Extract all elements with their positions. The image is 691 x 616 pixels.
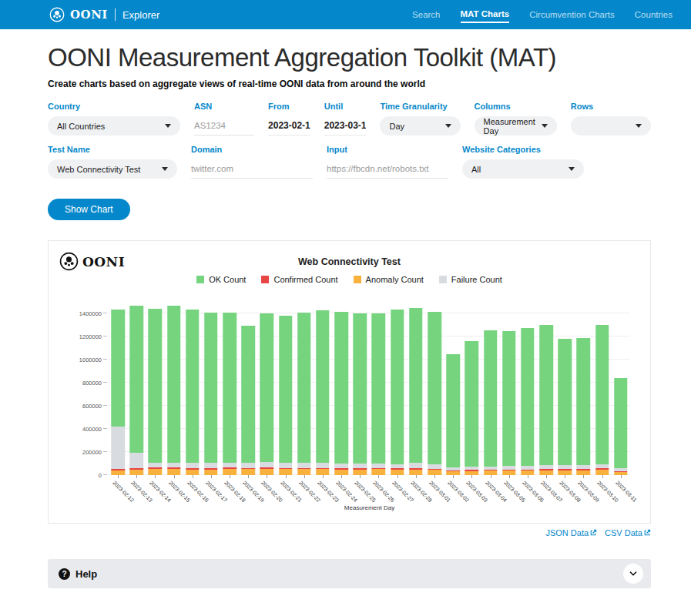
bar-2023-02-13[interactable] — [130, 306, 144, 475]
show-chart-button[interactable]: Show Chart — [48, 199, 130, 220]
bar-segment-ok-count[interactable] — [428, 312, 441, 464]
bar-2023-03-08[interactable] — [558, 339, 572, 475]
bar-2023-02-20[interactable] — [260, 313, 274, 475]
bar-segment-anomaly-count[interactable] — [260, 469, 274, 475]
bar-segment-ok-count[interactable] — [502, 331, 516, 467]
bar-segment-anomaly-count[interactable] — [242, 469, 256, 475]
bar-segment-anomaly-count[interactable] — [167, 469, 181, 475]
bar-segment-anomaly-count[interactable] — [614, 472, 628, 475]
bar-segment-anomaly-count[interactable] — [465, 471, 479, 475]
bar-segment-ok-count[interactable] — [595, 325, 609, 464]
bar-segment-anomaly-count[interactable] — [539, 470, 553, 475]
bar-2023-02-16[interactable] — [186, 310, 200, 475]
csv-data-link[interactable]: CSV Data — [605, 528, 651, 537]
input-input[interactable] — [327, 159, 448, 179]
country-select[interactable]: All Countries — [48, 116, 180, 136]
bar-segment-failure-count[interactable] — [223, 463, 236, 468]
bar-segment-ok-count[interactable] — [279, 316, 293, 463]
website-categories-select[interactable]: All — [462, 159, 584, 179]
bar-segment-ok-count[interactable] — [521, 328, 535, 466]
bar-segment-ok-count[interactable] — [614, 378, 628, 468]
bar-segment-ok-count[interactable] — [465, 341, 479, 467]
nav-search[interactable]: Search — [412, 7, 440, 22]
bar-segment-ok-count[interactable] — [334, 312, 348, 464]
bar-2023-02-26[interactable] — [372, 313, 386, 475]
asn-input[interactable] — [194, 116, 254, 136]
bar-2023-02-15[interactable] — [167, 306, 181, 475]
time-granularity-select[interactable]: Day — [380, 116, 460, 136]
bar-segment-failure-count[interactable] — [111, 427, 125, 469]
bar-2023-03-06[interactable] — [521, 328, 535, 475]
bar-segment-failure-count[interactable] — [167, 463, 181, 468]
domain-input[interactable] — [191, 159, 313, 179]
bar-segment-anomaly-count[interactable] — [334, 470, 348, 475]
test-name-select[interactable]: Web Connectivity Test — [48, 159, 177, 179]
bar-2023-03-11[interactable] — [614, 378, 628, 475]
help-expand-button[interactable] — [623, 564, 643, 584]
bar-segment-anomaly-count[interactable] — [223, 469, 236, 475]
bar-2023-02-18[interactable] — [223, 313, 236, 475]
bar-segment-failure-count[interactable] — [186, 463, 200, 468]
bar-2023-02-22[interactable] — [297, 313, 311, 475]
bar-segment-anomaly-count[interactable] — [354, 470, 367, 476]
bar-segment-anomaly-count[interactable] — [316, 469, 330, 475]
bar-segment-anomaly-count[interactable] — [391, 470, 404, 475]
bar-2023-03-10[interactable] — [595, 325, 609, 475]
bar-segment-anomaly-count[interactable] — [446, 471, 460, 475]
bar-segment-ok-count[interactable] — [539, 325, 553, 465]
bar-segment-anomaly-count[interactable] — [297, 469, 311, 475]
until-date-input[interactable] — [324, 116, 367, 136]
bar-segment-ok-count[interactable] — [242, 326, 256, 463]
bar-2023-03-07[interactable] — [539, 325, 553, 475]
json-data-link[interactable]: JSON Data — [545, 528, 597, 537]
bar-segment-ok-count[interactable] — [297, 313, 311, 464]
bar-segment-ok-count[interactable] — [446, 354, 460, 467]
bar-2023-03-05[interactable] — [502, 331, 516, 475]
bar-segment-ok-count[interactable] — [372, 313, 386, 464]
bar-segment-ok-count[interactable] — [223, 313, 236, 463]
bar-segment-ok-count[interactable] — [260, 313, 274, 462]
nav-circumvention-charts[interactable]: Circumvention Charts — [529, 7, 615, 22]
bar-segment-ok-count[interactable] — [167, 306, 181, 462]
bar-2023-02-12[interactable] — [111, 310, 125, 475]
bar-2023-02-21[interactable] — [279, 316, 293, 475]
bar-segment-ok-count[interactable] — [204, 313, 218, 463]
nav-mat-charts[interactable]: MAT Charts — [461, 6, 510, 23]
bar-2023-03-04[interactable] — [484, 330, 498, 475]
bar-segment-anomaly-count[interactable] — [484, 470, 498, 475]
bar-2023-02-14[interactable] — [149, 309, 163, 475]
bar-segment-failure-count[interactable] — [204, 463, 218, 468]
bar-2023-03-01[interactable] — [428, 312, 441, 475]
bar-segment-anomaly-count[interactable] — [502, 470, 516, 475]
bar-segment-anomaly-count[interactable] — [558, 470, 572, 475]
bar-2023-02-24[interactable] — [334, 312, 348, 475]
bar-segment-anomaly-count[interactable] — [149, 469, 163, 475]
bar-segment-ok-count[interactable] — [354, 313, 367, 464]
bar-segment-anomaly-count[interactable] — [595, 470, 609, 475]
bar-segment-ok-count[interactable] — [577, 338, 591, 465]
bar-segment-failure-count[interactable] — [130, 453, 144, 468]
bar-segment-anomaly-count[interactable] — [409, 470, 423, 476]
bar-2023-02-27[interactable] — [391, 310, 404, 475]
bar-segment-ok-count[interactable] — [186, 310, 200, 463]
bar-2023-02-17[interactable] — [204, 313, 218, 475]
nav-countries[interactable]: Countries — [635, 7, 673, 22]
bar-segment-anomaly-count[interactable] — [521, 470, 535, 475]
bar-segment-failure-count[interactable] — [242, 463, 256, 468]
bar-segment-ok-count[interactable] — [484, 330, 498, 467]
columns-select[interactable]: Measurement Day — [475, 116, 557, 136]
ooni-explorer-logo[interactable]: OONI Explorer — [49, 7, 159, 22]
bar-segment-failure-count[interactable] — [149, 463, 163, 468]
bar-2023-02-28[interactable] — [409, 308, 423, 475]
bar-segment-ok-count[interactable] — [316, 310, 330, 463]
help-accordion[interactable]: ? Help — [48, 559, 651, 588]
rows-select[interactable] — [571, 116, 651, 136]
bar-segment-anomaly-count[interactable] — [577, 470, 591, 475]
bar-segment-anomaly-count[interactable] — [372, 469, 386, 475]
bar-segment-anomaly-count[interactable] — [130, 470, 144, 475]
bar-segment-failure-count[interactable] — [260, 462, 274, 467]
bar-2023-03-09[interactable] — [577, 338, 591, 475]
bar-segment-anomaly-count[interactable] — [204, 470, 218, 475]
bar-segment-anomaly-count[interactable] — [428, 470, 441, 475]
bar-segment-ok-count[interactable] — [149, 309, 163, 463]
